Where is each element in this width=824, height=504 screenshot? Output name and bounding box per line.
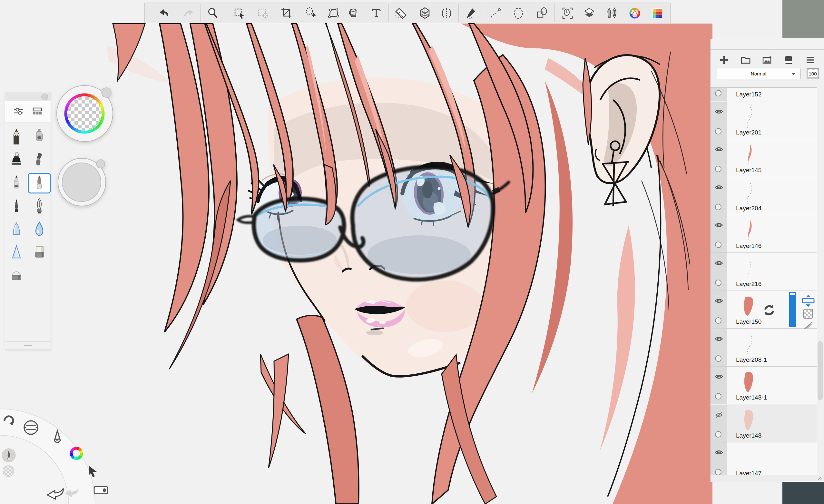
brush-sharp-cone[interactable] [5, 243, 28, 263]
canvas-artwork[interactable] [0, 0, 824, 504]
layer-visibility-toggle[interactable] [715, 449, 723, 457]
scrollbar-thumb[interactable] [818, 341, 823, 400]
layer-visibility-toggle[interactable] [715, 146, 723, 154]
tool-fill-bucket[interactable] [346, 6, 361, 21]
layer-row-Layer216[interactable]: Layer216 [711, 253, 817, 291]
tool-draw-pen[interactable] [463, 6, 478, 21]
tool-shape[interactable] [534, 6, 549, 21]
brush-marker[interactable] [5, 150, 28, 170]
tool-ruler[interactable] [393, 6, 408, 21]
tool-select[interactable] [232, 6, 247, 21]
brush-airbrush[interactable] [28, 127, 51, 147]
brush-block-eraser[interactable] [28, 243, 51, 263]
layer-row-Layer152[interactable]: Layer152 [711, 87, 817, 101]
layer-row-body[interactable]: Layer148 [727, 405, 817, 442]
layer-row-Layer145[interactable]: Layer145 [711, 139, 817, 177]
tool-symmetry[interactable] [439, 6, 454, 21]
import-image-button[interactable] [761, 54, 774, 67]
layer-radio[interactable] [715, 128, 721, 134]
tool-crop[interactable] [279, 6, 294, 21]
layer-radio[interactable] [715, 393, 721, 400]
layer-visibility-toggle[interactable] [715, 412, 723, 419]
layer-row-body[interactable]: Layer145 [727, 139, 817, 177]
brush-dome-eraser[interactable] [5, 266, 28, 286]
tool-layers[interactable] [582, 6, 597, 21]
brush-settings-sliders-icon[interactable] [12, 105, 25, 119]
hue-wheel-widget[interactable] [57, 85, 114, 143]
layer-row-Layer147[interactable]: Layer147 [711, 442, 817, 476]
layer-row-Layer208-1[interactable]: Layer208-1 [711, 329, 817, 367]
layer-row-Layer204[interactable]: Layer204 [711, 177, 817, 215]
layers-panel-titlebar[interactable] [711, 39, 824, 49]
layer-radio[interactable] [715, 166, 721, 172]
tool-palette[interactable] [650, 6, 665, 21]
layer-row-body[interactable]: Layer148-1 [727, 367, 817, 404]
resize-grip[interactable] [817, 476, 823, 481]
brush-ballpoint-pen[interactable] [5, 173, 28, 193]
layer-visibility-toggle[interactable] [715, 336, 723, 343]
tool-transform[interactable] [326, 6, 341, 21]
slider-pill-icon[interactable] [94, 487, 108, 494]
layer-visibility-toggle[interactable] [715, 260, 723, 267]
tool-text[interactable] [369, 6, 384, 21]
panel-handle-dot[interactable] [41, 94, 48, 100]
brush-panel-resize[interactable] [5, 341, 50, 349]
layer-opacity-slider[interactable] [789, 292, 796, 327]
layer-radio[interactable] [715, 90, 721, 96]
brush-soft-cone[interactable] [5, 220, 28, 239]
brush-round-brush[interactable] [28, 173, 51, 193]
layer-radio[interactable] [715, 431, 721, 437]
layer-row-body[interactable]: Layer152 [727, 87, 817, 101]
panel-menu-button[interactable] [804, 54, 817, 67]
tool-deselect[interactable] [255, 6, 271, 21]
layer-row-Layer148-1[interactable]: Layer148-1 [711, 367, 817, 404]
new-folder-button[interactable] [739, 54, 752, 67]
tool-curve[interactable] [488, 6, 503, 21]
brush-size-widget[interactable] [58, 158, 107, 209]
tool-move-selection[interactable] [303, 6, 318, 21]
tool-ellipse-select[interactable] [511, 6, 526, 21]
layer-visibility-toggle[interactable] [715, 374, 723, 381]
layer-visibility-toggle[interactable] [715, 298, 723, 305]
tool-undo[interactable] [157, 6, 172, 21]
layer-visibility-toggle[interactable] [715, 222, 723, 229]
layer-row-Layer146[interactable]: Layer146 [711, 215, 817, 253]
layer-radio[interactable] [715, 469, 721, 475]
layer-radio[interactable] [715, 356, 721, 362]
tool-perspective[interactable] [417, 6, 432, 21]
brush-palette-layout-icon[interactable] [31, 105, 44, 119]
tool-snapshot[interactable] [560, 6, 575, 21]
brush-pencil[interactable] [5, 127, 28, 147]
layer-radio[interactable] [715, 204, 721, 210]
material-button[interactable] [783, 54, 795, 67]
brush-liner-pen[interactable] [5, 196, 28, 216]
layer-radio[interactable] [715, 280, 721, 286]
layer-row-Layer148[interactable]: Layer148 [711, 405, 817, 442]
layer-checker-icon[interactable] [803, 309, 813, 319]
tool-zoom[interactable] [205, 6, 220, 21]
layer-visibility-toggle[interactable] [715, 185, 723, 192]
layer-row-Layer150[interactable]: Layer150 [711, 291, 817, 328]
layer-visibility-toggle[interactable] [715, 109, 723, 116]
layer-row-Layer201[interactable]: Layer201 [711, 102, 817, 139]
layer-list-scrollbar[interactable] [816, 87, 824, 475]
brush-fountain-nib[interactable] [28, 196, 51, 216]
layer-row-body[interactable]: Layer146 [727, 215, 817, 253]
tool-pen-tools[interactable] [605, 6, 619, 21]
layer-radio[interactable] [715, 241, 721, 248]
brush-flat-brush[interactable] [28, 150, 51, 170]
active-brush-icon[interactable] [2, 448, 15, 462]
layer-spinner-icon[interactable] [801, 294, 815, 308]
layer-row-body[interactable]: Layer147 [727, 442, 817, 476]
layer-row-body[interactable]: Layer204 [727, 177, 817, 215]
layer-opacity-field[interactable]: 100 [807, 68, 819, 79]
add-layer-button[interactable] [718, 54, 730, 67]
tool-redo[interactable] [181, 6, 195, 21]
tool-color-wheel[interactable] [627, 6, 642, 21]
layer-row-body[interactable]: Layer201 [727, 102, 817, 139]
arc-quick-menu[interactable] [0, 400, 111, 504]
blend-mode-select[interactable]: Normal [717, 68, 801, 79]
layer-row-body[interactable]: Layer208-1 [727, 329, 817, 366]
layer-row-body[interactable]: Layer216 [727, 253, 817, 291]
layer-radio[interactable] [715, 317, 721, 324]
